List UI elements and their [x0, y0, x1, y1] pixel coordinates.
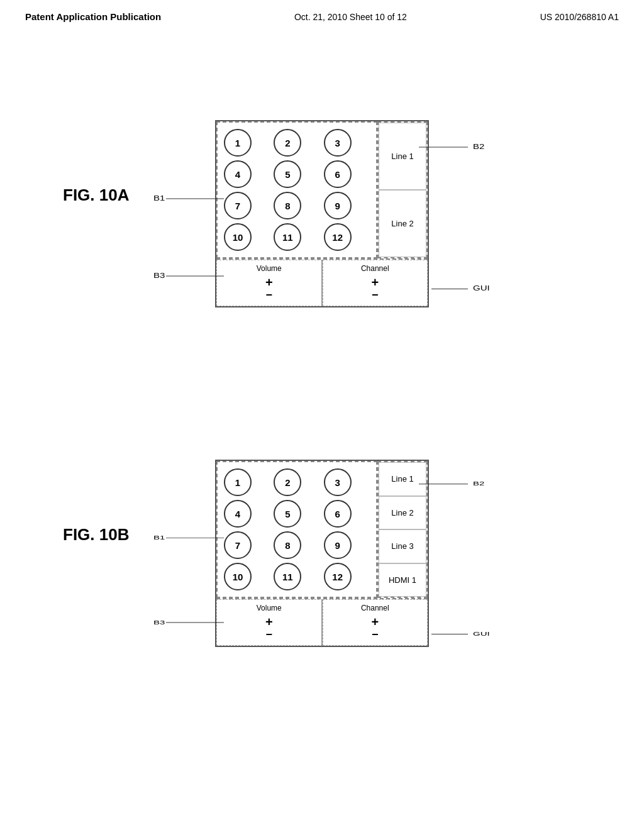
fig10b-btn-7[interactable]: 7 [224, 531, 252, 559]
fig10b-btn-8[interactable]: 8 [274, 531, 301, 559]
fig10a-label: FIG. 10A [63, 185, 129, 205]
fig10a-btn-6[interactable]: 6 [324, 160, 352, 188]
fig10a-btn-10[interactable]: 10 [224, 223, 252, 251]
fig10b-btn-3[interactable]: 3 [324, 468, 352, 496]
fig10a-wrapper: FIG. 10A 1 2 3 4 5 6 7 8 9 [0, 53, 644, 374]
fig10b-volume-minus[interactable]: − [265, 629, 272, 641]
fig10a-channel-label: Channel [361, 264, 389, 273]
fig10a-lines-panel: Line 1 Line 2 [377, 121, 428, 258]
fig10a-btn-2[interactable]: 2 [274, 129, 301, 157]
fig10b-volume-label: Volume [257, 604, 282, 612]
fig10a-btn-8[interactable]: 8 [274, 192, 301, 219]
fig10b-buttons-area: 1 2 3 4 5 6 7 8 9 10 11 12 [216, 461, 377, 598]
fig10a-btn-4[interactable]: 4 [224, 160, 252, 188]
fig10b-label: FIG. 10B [63, 525, 129, 545]
svg-text:GUI: GUI [473, 285, 490, 292]
page-header: Patent Application Publication Oct. 21, … [0, 0, 644, 22]
fig10b-btn-9[interactable]: 9 [324, 531, 352, 559]
fig10b-btn-12[interactable]: 12 [324, 563, 352, 590]
fig10b-hdmi1[interactable]: HDMI 1 [379, 563, 426, 597]
svg-text:B2: B2 [473, 143, 484, 150]
fig10b-vc-area: Volume + − Channel + − [216, 598, 428, 646]
fig10b-btn-2[interactable]: 2 [274, 468, 301, 496]
fig10a-channel-plus[interactable]: + [371, 275, 379, 289]
fig10b-gui-box: 1 2 3 4 5 6 7 8 9 10 11 12 [215, 460, 429, 647]
publication-date-sheet: Oct. 21, 2010 Sheet 10 of 12 [294, 12, 407, 22]
fig10b-btn-5[interactable]: 5 [274, 500, 301, 528]
fig10a-btn-7[interactable]: 7 [224, 192, 252, 219]
publication-title: Patent Application Publication [25, 11, 161, 22]
fig10b-btn-4[interactable]: 4 [224, 500, 252, 528]
fig10b-line3[interactable]: Line 3 [379, 529, 426, 563]
fig10a-volume-section: Volume + − [216, 260, 323, 306]
fig10a-gui-box: 1 2 3 4 5 6 7 8 9 10 11 12 [215, 120, 429, 307]
fig10a-btn-12[interactable]: 12 [324, 223, 352, 251]
fig10b-volume-plus[interactable]: + [265, 615, 273, 629]
fig10b-lines-panel: Line 1 Line 2 Line 3 HDMI 1 [377, 461, 428, 598]
fig10a-btn-11[interactable]: 11 [274, 223, 301, 251]
fig10a-channel-minus[interactable]: − [372, 289, 379, 302]
fig10a-volume-label: Volume [257, 264, 282, 273]
fig10a-btn-1[interactable]: 1 [224, 129, 252, 157]
fig10a-line1[interactable]: Line 1 [379, 123, 426, 190]
fig10a-line2[interactable]: Line 2 [379, 190, 426, 257]
svg-text:B3: B3 [153, 619, 165, 625]
svg-text:GUI: GUI [473, 631, 490, 637]
fig10b-btn-11[interactable]: 11 [274, 563, 301, 590]
fig10a-volume-minus[interactable]: − [265, 289, 272, 302]
fig10b-btn-6[interactable]: 6 [324, 500, 352, 528]
publication-number: US 2010/268810 A1 [540, 12, 619, 22]
fig10b-channel-section: Channel + − [323, 599, 428, 646]
fig10b-btn-10[interactable]: 10 [224, 563, 252, 590]
fig10a-buttons-area: 1 2 3 4 5 6 7 8 9 10 11 12 [216, 121, 377, 258]
fig10b-channel-minus[interactable]: − [372, 629, 379, 641]
fig10a-vc-area: Volume + − Channel + − [216, 258, 428, 306]
fig10b-channel-plus[interactable]: + [371, 615, 379, 629]
svg-text:B1: B1 [153, 534, 165, 541]
svg-text:B1: B1 [153, 194, 165, 202]
fig10a-btn-9[interactable]: 9 [324, 192, 352, 219]
fig10b-wrapper: FIG. 10B 1 2 3 4 5 6 7 8 9 [0, 393, 644, 714]
fig10a-btn-5[interactable]: 5 [274, 160, 301, 188]
svg-text:B2: B2 [473, 480, 484, 487]
fig10b-line1[interactable]: Line 1 [379, 462, 426, 496]
svg-text:B3: B3 [153, 272, 165, 279]
fig10b-line2[interactable]: Line 2 [379, 496, 426, 530]
fig10a-channel-section: Channel + − [323, 260, 428, 306]
fig10b-btn-1[interactable]: 1 [224, 468, 252, 496]
fig10b-volume-section: Volume + − [216, 599, 323, 646]
fig10a-volume-plus[interactable]: + [265, 275, 273, 289]
fig10b-channel-label: Channel [361, 604, 389, 612]
fig10a-btn-3[interactable]: 3 [324, 129, 352, 157]
